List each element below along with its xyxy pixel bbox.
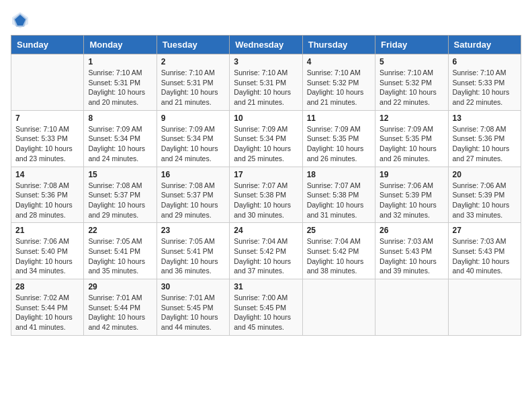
day-number: 11 — [307, 113, 371, 123]
day-info: Sunrise: 7:03 AMSunset: 5:43 PMDaylight:… — [380, 236, 443, 276]
day-info: Sunrise: 7:09 AMSunset: 5:34 PMDaylight:… — [234, 124, 298, 164]
header-sunday: Sunday — [11, 36, 84, 54]
calendar-week-row: 21Sunrise: 7:06 AMSunset: 5:40 PMDayligh… — [11, 223, 521, 279]
day-number: 7 — [15, 113, 79, 123]
day-info: Sunrise: 7:09 AMSunset: 5:35 PMDaylight:… — [380, 124, 443, 164]
day-number: 16 — [161, 170, 225, 179]
day-number: 28 — [15, 282, 79, 291]
day-info: Sunrise: 7:10 AMSunset: 5:33 PMDaylight:… — [453, 68, 517, 107]
calendar-cell: 4Sunrise: 7:10 AMSunset: 5:32 PMDaylight… — [302, 54, 375, 111]
day-number: 14 — [15, 170, 79, 179]
day-number: 1 — [88, 57, 152, 66]
header-thursday: Thursday — [302, 36, 375, 54]
day-number: 20 — [453, 170, 517, 179]
calendar-cell: 6Sunrise: 7:10 AMSunset: 5:33 PMDaylight… — [448, 54, 521, 111]
day-info: Sunrise: 7:10 AMSunset: 5:32 PMDaylight:… — [307, 68, 371, 107]
day-number: 31 — [234, 282, 298, 291]
calendar-table: SundayMondayTuesdayWednesdayThursdayFrid… — [11, 35, 521, 336]
day-info: Sunrise: 7:06 AMSunset: 5:39 PMDaylight:… — [380, 181, 443, 220]
logo-icon — [11, 11, 30, 30]
calendar-week-row: 1Sunrise: 7:10 AMSunset: 5:31 PMDaylight… — [11, 54, 521, 111]
calendar-cell: 9Sunrise: 7:09 AMSunset: 5:34 PMDaylight… — [157, 110, 229, 167]
day-info: Sunrise: 7:06 AMSunset: 5:39 PMDaylight:… — [453, 181, 517, 220]
calendar-cell: 27Sunrise: 7:03 AMSunset: 5:43 PMDayligh… — [448, 223, 521, 279]
day-number: 24 — [234, 226, 298, 235]
day-number: 2 — [161, 57, 225, 66]
header-friday: Friday — [375, 36, 448, 54]
calendar-cell — [11, 54, 84, 111]
day-number: 21 — [15, 226, 79, 235]
header-saturday: Saturday — [448, 36, 521, 54]
calendar-cell: 29Sunrise: 7:01 AMSunset: 5:44 PMDayligh… — [84, 279, 157, 336]
calendar-cell: 17Sunrise: 7:07 AMSunset: 5:38 PMDayligh… — [230, 167, 302, 223]
day-info: Sunrise: 7:10 AMSunset: 5:31 PMDaylight:… — [234, 68, 298, 107]
calendar-cell: 1Sunrise: 7:10 AMSunset: 5:31 PMDaylight… — [84, 54, 157, 111]
calendar-cell — [448, 279, 521, 336]
calendar-cell: 21Sunrise: 7:06 AMSunset: 5:40 PMDayligh… — [11, 223, 84, 279]
day-number: 4 — [307, 57, 371, 66]
header-monday: Monday — [84, 36, 157, 54]
day-info: Sunrise: 7:05 AMSunset: 5:41 PMDaylight:… — [88, 236, 152, 276]
day-info: Sunrise: 7:03 AMSunset: 5:43 PMDaylight:… — [453, 236, 517, 276]
day-info: Sunrise: 7:08 AMSunset: 5:36 PMDaylight:… — [15, 181, 79, 220]
day-info: Sunrise: 7:07 AMSunset: 5:38 PMDaylight:… — [307, 181, 371, 220]
header-wednesday: Wednesday — [230, 36, 302, 54]
day-info: Sunrise: 7:06 AMSunset: 5:40 PMDaylight:… — [15, 236, 79, 276]
day-number: 27 — [453, 226, 517, 235]
day-number: 5 — [380, 57, 443, 66]
calendar-cell: 28Sunrise: 7:02 AMSunset: 5:44 PMDayligh… — [11, 279, 84, 336]
day-number: 30 — [161, 282, 225, 291]
calendar-cell: 24Sunrise: 7:04 AMSunset: 5:42 PMDayligh… — [230, 223, 302, 279]
logo — [11, 11, 32, 30]
day-info: Sunrise: 7:08 AMSunset: 5:37 PMDaylight:… — [88, 181, 152, 220]
day-info: Sunrise: 7:04 AMSunset: 5:42 PMDaylight:… — [307, 236, 371, 276]
calendar-cell: 11Sunrise: 7:09 AMSunset: 5:35 PMDayligh… — [302, 110, 375, 167]
day-info: Sunrise: 7:01 AMSunset: 5:44 PMDaylight:… — [88, 293, 152, 332]
calendar-cell: 31Sunrise: 7:00 AMSunset: 5:45 PMDayligh… — [230, 279, 302, 336]
day-number: 26 — [380, 226, 443, 235]
calendar-cell: 7Sunrise: 7:10 AMSunset: 5:33 PMDaylight… — [11, 110, 84, 167]
calendar-cell: 2Sunrise: 7:10 AMSunset: 5:31 PMDaylight… — [157, 54, 229, 111]
calendar-cell: 12Sunrise: 7:09 AMSunset: 5:35 PMDayligh… — [375, 110, 448, 167]
day-info: Sunrise: 7:09 AMSunset: 5:35 PMDaylight:… — [307, 124, 371, 164]
calendar-cell: 14Sunrise: 7:08 AMSunset: 5:36 PMDayligh… — [11, 167, 84, 223]
calendar-cell: 18Sunrise: 7:07 AMSunset: 5:38 PMDayligh… — [302, 167, 375, 223]
calendar-cell: 13Sunrise: 7:08 AMSunset: 5:36 PMDayligh… — [448, 110, 521, 167]
calendar-week-row: 7Sunrise: 7:10 AMSunset: 5:33 PMDaylight… — [11, 110, 521, 167]
calendar-cell: 23Sunrise: 7:05 AMSunset: 5:41 PMDayligh… — [157, 223, 229, 279]
day-info: Sunrise: 7:01 AMSunset: 5:45 PMDaylight:… — [161, 293, 225, 332]
calendar-cell: 16Sunrise: 7:08 AMSunset: 5:37 PMDayligh… — [157, 167, 229, 223]
day-info: Sunrise: 7:02 AMSunset: 5:44 PMDaylight:… — [15, 293, 79, 332]
day-info: Sunrise: 7:07 AMSunset: 5:38 PMDaylight:… — [234, 181, 298, 220]
day-info: Sunrise: 7:05 AMSunset: 5:41 PMDaylight:… — [161, 236, 225, 276]
calendar-cell — [302, 279, 375, 336]
calendar-cell: 10Sunrise: 7:09 AMSunset: 5:34 PMDayligh… — [230, 110, 302, 167]
day-number: 9 — [161, 113, 225, 123]
day-number: 22 — [88, 226, 152, 235]
day-number: 29 — [88, 282, 152, 291]
day-number: 13 — [453, 113, 517, 123]
day-number: 25 — [307, 226, 371, 235]
day-number: 23 — [161, 226, 225, 235]
day-info: Sunrise: 7:08 AMSunset: 5:36 PMDaylight:… — [453, 124, 517, 164]
day-info: Sunrise: 7:00 AMSunset: 5:45 PMDaylight:… — [234, 293, 298, 332]
calendar-cell: 26Sunrise: 7:03 AMSunset: 5:43 PMDayligh… — [375, 223, 448, 279]
calendar-week-row: 28Sunrise: 7:02 AMSunset: 5:44 PMDayligh… — [11, 279, 521, 336]
day-number: 19 — [380, 170, 443, 179]
calendar-cell: 3Sunrise: 7:10 AMSunset: 5:31 PMDaylight… — [230, 54, 302, 111]
day-info: Sunrise: 7:10 AMSunset: 5:31 PMDaylight:… — [161, 68, 225, 107]
day-number: 12 — [380, 113, 443, 123]
calendar-cell: 30Sunrise: 7:01 AMSunset: 5:45 PMDayligh… — [157, 279, 229, 336]
day-number: 10 — [234, 113, 298, 123]
calendar-cell: 19Sunrise: 7:06 AMSunset: 5:39 PMDayligh… — [375, 167, 448, 223]
day-info: Sunrise: 7:10 AMSunset: 5:32 PMDaylight:… — [380, 68, 443, 107]
calendar-cell: 5Sunrise: 7:10 AMSunset: 5:32 PMDaylight… — [375, 54, 448, 111]
calendar-cell: 25Sunrise: 7:04 AMSunset: 5:42 PMDayligh… — [302, 223, 375, 279]
calendar-cell: 8Sunrise: 7:09 AMSunset: 5:34 PMDaylight… — [84, 110, 157, 167]
day-number: 3 — [234, 57, 298, 66]
day-number: 15 — [88, 170, 152, 179]
page-header — [11, 11, 521, 30]
day-number: 8 — [88, 113, 152, 123]
day-info: Sunrise: 7:10 AMSunset: 5:33 PMDaylight:… — [15, 124, 79, 164]
calendar-cell: 15Sunrise: 7:08 AMSunset: 5:37 PMDayligh… — [84, 167, 157, 223]
